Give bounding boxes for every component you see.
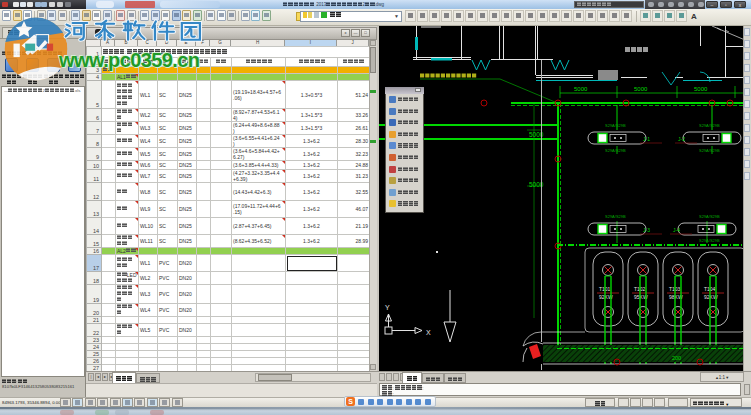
svg-text:S29A/S29B: S29A/S29B bbox=[699, 123, 720, 128]
svg-text:J-1: J-1 bbox=[643, 136, 650, 142]
svg-text:S29A/S29B: S29A/S29B bbox=[699, 238, 720, 243]
svg-text:J-4: J-4 bbox=[673, 227, 680, 233]
svg-text:5000: 5000 bbox=[634, 86, 648, 92]
svg-text:J-2: J-2 bbox=[678, 136, 685, 142]
svg-text:S29A/S29B: S29A/S29B bbox=[699, 214, 720, 219]
svg-text:X: X bbox=[426, 329, 431, 336]
svg-text:S29A/S29B: S29A/S29B bbox=[605, 123, 626, 128]
svg-text:S29A/S29B: S29A/S29B bbox=[605, 214, 626, 219]
svg-text:Y: Y bbox=[385, 304, 390, 311]
svg-text:S29A/S29B: S29A/S29B bbox=[605, 148, 626, 153]
svg-text:5000: 5000 bbox=[574, 86, 588, 92]
svg-text:200: 200 bbox=[672, 355, 681, 361]
svg-text:5000: 5000 bbox=[694, 86, 708, 92]
svg-text:J-3: J-3 bbox=[643, 227, 650, 233]
svg-text:S29A/S29B: S29A/S29B bbox=[699, 148, 720, 153]
